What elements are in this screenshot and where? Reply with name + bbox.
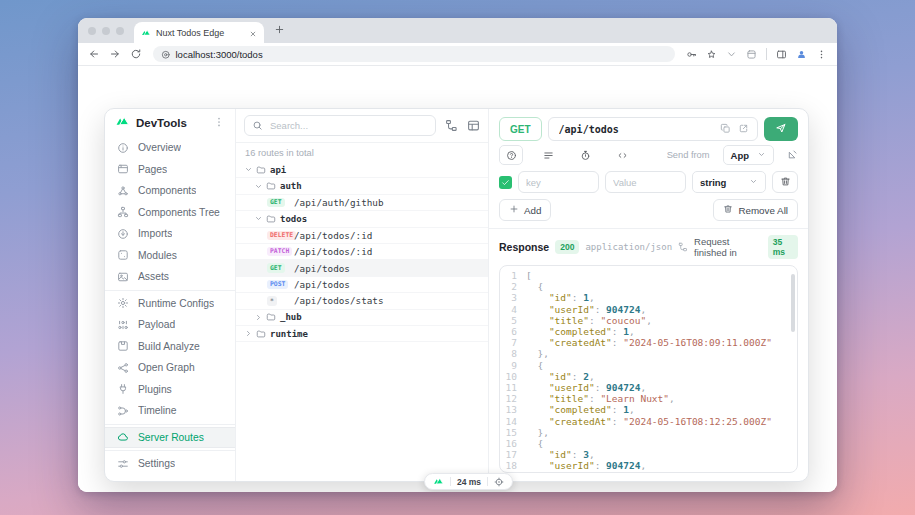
sidebar-item-timeline[interactable]: Timeline <box>105 400 235 422</box>
route-item[interactable]: GET/api/auth/github <box>236 195 488 211</box>
sidebar-item-components[interactable]: Components <box>105 180 235 202</box>
devtools-toggle-pill[interactable]: 24 ms <box>424 473 513 490</box>
response-tree-icon[interactable] <box>678 242 688 252</box>
devtools-menu-icon[interactable] <box>213 116 225 128</box>
back-button[interactable] <box>88 48 100 60</box>
sidebar-item-components-tree[interactable]: Components Tree <box>105 202 235 224</box>
search-input[interactable] <box>268 119 428 132</box>
param-value-input[interactable] <box>605 171 686 193</box>
site-info-icon[interactable] <box>161 50 171 60</box>
code-text: "userId": 904724, <box>526 304 646 315</box>
code-line: 19 "title": "Build a blog", <box>500 472 797 473</box>
method-badge-zone: GET <box>267 198 294 207</box>
bookmark-star-icon[interactable] <box>706 49 717 60</box>
close-window-button[interactable] <box>88 27 96 35</box>
window-controls <box>88 18 124 43</box>
route-path: /api/todos/:id <box>294 230 372 241</box>
open-in-new-icon[interactable] <box>738 123 749 134</box>
code-line: 12 "title": "Learn Nuxt", <box>500 393 797 404</box>
route-folder-api[interactable]: api <box>236 162 488 178</box>
remove-all-button[interactable]: Remove All <box>713 199 798 221</box>
forward-button[interactable] <box>109 48 121 60</box>
tab-headers[interactable] <box>536 145 560 165</box>
route-folder-_hub[interactable]: _hub <box>236 310 488 326</box>
minimize-window-button[interactable] <box>102 27 110 35</box>
set-square-icon[interactable] <box>787 149 798 160</box>
search-box[interactable] <box>244 115 436 136</box>
route-item[interactable]: GET/api/todos <box>236 260 488 276</box>
param-actions: Add Remove All <box>499 199 798 221</box>
maximize-window-button[interactable] <box>116 27 124 35</box>
delete-param-button[interactable] <box>772 171 798 193</box>
code-line: 1[ <box>500 270 797 281</box>
sidebar-item-label: Settings <box>138 458 175 469</box>
tab-timing[interactable] <box>573 145 597 165</box>
param-key-input[interactable] <box>518 171 599 193</box>
sidebar-item-label: Components Tree <box>138 207 220 218</box>
sidebar-item-overview[interactable]: Overview <box>105 137 235 159</box>
sliders-icon <box>117 458 129 470</box>
request-url-input[interactable] <box>557 123 713 136</box>
info-circle-icon <box>117 142 129 154</box>
response-label: Response <box>499 241 549 253</box>
trash-icon <box>780 176 791 187</box>
browser-tab-strip: Nuxt Todos Edge <box>78 18 837 43</box>
param-type-select[interactable]: string <box>692 171 766 193</box>
plug-icon <box>117 383 129 395</box>
tree-view-toggle-icon[interactable] <box>445 119 458 132</box>
line-number: 15 <box>500 427 526 438</box>
route-folder-auth[interactable]: auth <box>236 178 488 194</box>
sidebar-item-assets[interactable]: Assets <box>105 266 235 288</box>
sidebar-item-open-graph[interactable]: Open Graph <box>105 357 235 379</box>
trash-icon <box>723 204 733 214</box>
route-item[interactable]: PATCH/api/todos/:id <box>236 244 488 260</box>
sidebar-item-pages[interactable]: Pages <box>105 159 235 181</box>
send-request-button[interactable] <box>764 117 798 141</box>
sidebar-item-imports[interactable]: Imports <box>105 223 235 245</box>
inspector-target-icon[interactable] <box>494 477 504 487</box>
reload-button[interactable] <box>130 48 142 60</box>
route-item[interactable]: DELETE/api/todos/:id <box>236 228 488 244</box>
send-from-select[interactable]: App <box>723 145 774 165</box>
route-folder-todos[interactable]: todos <box>236 211 488 227</box>
profile-avatar[interactable] <box>796 49 807 60</box>
sidebar-item-modules[interactable]: Modules <box>105 245 235 267</box>
chevron-down-icon <box>254 182 263 191</box>
list-view-toggle-icon[interactable] <box>467 119 480 132</box>
folder-icon <box>266 181 276 191</box>
route-item[interactable]: */api/todos/stats <box>236 293 488 309</box>
copy-url-icon[interactable] <box>720 123 731 134</box>
browser-menu-icon[interactable] <box>816 49 827 60</box>
sidebar-item-settings[interactable]: Settings <box>105 453 235 475</box>
method-button[interactable]: GET <box>499 117 542 141</box>
code-line: 2 { <box>500 281 797 292</box>
scrollbar-thumb[interactable] <box>791 274 795 332</box>
extensions-icon[interactable] <box>746 49 757 60</box>
sidebar-item-build-analyze[interactable]: Build Analyze <box>105 336 235 358</box>
route-folder-runtime[interactable]: runtime <box>236 326 488 342</box>
new-tab-button[interactable] <box>274 24 285 35</box>
method-badge: * <box>267 296 277 305</box>
add-param-button[interactable]: Add <box>499 199 551 221</box>
param-checkbox[interactable] <box>499 176 512 189</box>
code-text: "title": "Learn Nuxt", <box>526 393 675 404</box>
tab-params[interactable] <box>499 145 523 165</box>
sidebar-item-plugins[interactable]: Plugins <box>105 379 235 401</box>
browser-tab[interactable]: Nuxt Todos Edge <box>134 22 264 43</box>
headers-icon <box>543 150 554 161</box>
route-item[interactable]: POST/api/todos <box>236 277 488 293</box>
nuxt-devtools-panel: DevTools OverviewPagesComponentsComponen… <box>104 108 809 482</box>
side-panel-icon[interactable] <box>776 49 787 60</box>
code-text: "createdAt": "2024-05-16T08:09:11.000Z" <box>526 337 772 348</box>
passwords-icon[interactable] <box>686 49 697 60</box>
tab-snippets[interactable] <box>610 145 634 165</box>
sidebar-item-server-routes[interactable]: Server Routes <box>105 427 235 449</box>
sidebar-item-payload[interactable]: Payload <box>105 314 235 336</box>
request-url-field[interactable] <box>548 117 758 141</box>
sidebar-item-runtime-configs[interactable]: Runtime Configs <box>105 293 235 315</box>
close-tab-icon[interactable] <box>249 30 257 38</box>
address-bar[interactable]: localhost:3000/todos <box>153 46 675 62</box>
chevron-down-icon <box>749 177 758 186</box>
chevron-down-icon[interactable] <box>726 49 737 60</box>
nuxt-logo-icon[interactable] <box>433 476 444 487</box>
